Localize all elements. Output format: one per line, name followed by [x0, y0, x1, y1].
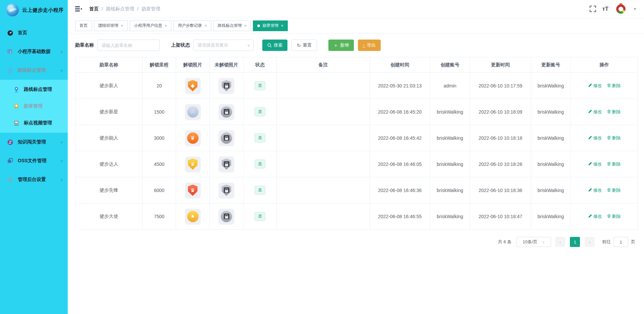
edit-link[interactable]: 修改	[588, 109, 602, 115]
page-size-select[interactable]: 10条/页 ∨	[516, 237, 551, 247]
edit-link[interactable]: 修改	[588, 135, 602, 141]
chevron-down-icon: ∨	[542, 240, 544, 244]
cell-actions: 修改删除	[571, 177, 638, 203]
edit-link[interactable]: 修改	[588, 161, 602, 167]
export-button[interactable]: ↓ 导出	[358, 40, 381, 51]
status-select[interactable]: 请选择是否展示 ∨	[193, 40, 254, 51]
status-badge: 是	[255, 133, 265, 142]
plus-icon: ＋	[333, 43, 338, 48]
cell-created-at: 2022-06-08 16:46:05	[370, 151, 430, 177]
delete-link[interactable]: 删除	[607, 161, 621, 167]
tab-2[interactable]: 小程序用户信息×	[130, 20, 172, 31]
column-header-9: 更新账号	[531, 57, 571, 73]
cell-created-by: briskWalking	[430, 151, 470, 177]
lock-icon	[224, 187, 229, 193]
close-icon[interactable]: ×	[165, 23, 167, 28]
hamburger-icon[interactable]	[75, 5, 83, 13]
cell-locked-photo	[210, 73, 244, 99]
table-row: 健步新人20◆是2022-05-30 21:03:13admin2022-06-…	[75, 73, 638, 99]
sidebar-item-0[interactable]: 首页	[0, 23, 68, 42]
badge-name-input[interactable]	[97, 40, 160, 51]
delete-link[interactable]: 删除	[607, 135, 621, 141]
sidebar-item-3[interactable]: 知识闯关管理∨	[0, 133, 68, 151]
search-button[interactable]: 搜索	[262, 40, 287, 51]
chevron-down-icon: ∨	[60, 50, 63, 54]
delete-link[interactable]: 删除	[607, 187, 621, 193]
video-icon	[13, 120, 19, 126]
sidebar-item-4[interactable]: OSS文件管理∨	[0, 151, 68, 170]
column-header-4: 状态	[244, 57, 277, 73]
close-icon[interactable]: ×	[281, 23, 283, 28]
reset-button[interactable]: ↻ 重置	[291, 40, 317, 51]
sidebar-item-1[interactable]: 小程序基础数据∨	[0, 42, 68, 61]
cell-actions: 修改删除	[571, 151, 638, 177]
fullscreen-icon[interactable]	[590, 6, 596, 12]
delete-link[interactable]: 删除	[607, 213, 621, 219]
page-suffix: 页	[631, 239, 635, 245]
edit-icon	[588, 188, 592, 193]
cell-actions: 修改删除	[571, 203, 638, 230]
user-avatar[interactable]	[614, 3, 627, 15]
cell-actions: 修改删除	[571, 125, 638, 151]
status-select-placeholder: 请选择是否展示	[198, 42, 228, 48]
user-menu-caret-icon[interactable]: ▼	[633, 7, 637, 11]
breadcrumb-item-0[interactable]: 首页	[89, 6, 99, 12]
lock-icon	[224, 135, 229, 141]
add-button[interactable]: ＋ 新增	[328, 40, 354, 51]
edit-link[interactable]: 修改	[588, 83, 602, 89]
cell-badge-name: 健步新星	[75, 99, 143, 125]
tab-3[interactable]: 用户步数记录×	[173, 20, 211, 31]
tab-5[interactable]: 勋章管理×	[253, 20, 288, 31]
delete-link[interactable]: 删除	[607, 109, 621, 115]
next-page-button[interactable]: ›	[585, 237, 595, 247]
tab-label: 首页	[79, 23, 88, 28]
lock-icon	[224, 83, 229, 88]
edit-icon	[588, 214, 592, 219]
sidebar-item-5[interactable]: 管理后台设置∨	[0, 170, 68, 189]
sidebar-subitem-2-2[interactable]: 标点视频管理	[0, 115, 68, 131]
cell-remark	[277, 151, 370, 177]
sidebar-item-label: 首页	[18, 30, 63, 36]
close-icon[interactable]: ×	[244, 23, 247, 28]
topbar: 首页/路线标点管理/勋章管理 тT ▼	[68, 0, 644, 18]
tab-label: 勋章管理	[262, 23, 278, 28]
font-size-icon[interactable]: тT	[602, 6, 608, 12]
chevron-down-icon: ∨	[247, 43, 250, 48]
sidebar-item-2[interactable]: 路线标点管理∧	[0, 61, 68, 80]
sidebar-subitem-2-0[interactable]: 路线标点管理	[0, 81, 68, 98]
cell-actions: 修改删除	[571, 73, 638, 99]
cell-updated-at: 2022-06-10 10:18:36	[470, 177, 531, 203]
cell-updated-at: 2022-06-10 10:18:09	[470, 99, 531, 125]
tab-1[interactable]: 团组织管理×	[94, 20, 128, 31]
cell-created-by: admin	[430, 73, 470, 99]
edit-link[interactable]: 修改	[588, 213, 602, 219]
tab-4[interactable]: 路线标点管理×	[213, 20, 251, 31]
close-icon[interactable]: ×	[121, 23, 123, 28]
prev-page-button[interactable]: ‹	[555, 237, 565, 247]
column-header-3: 未解锁照片	[210, 57, 244, 73]
cell-updated-by: briskWalking	[531, 73, 571, 99]
delete-link[interactable]: 删除	[607, 83, 621, 89]
cell-unlocked-photo: ◆	[176, 73, 210, 99]
cell-actions: 修改删除	[571, 99, 638, 125]
breadcrumb-separator: /	[137, 6, 139, 12]
delete-icon	[607, 83, 611, 88]
close-icon[interactable]: ×	[204, 23, 207, 28]
delete-icon	[607, 214, 611, 219]
cell-unlocked-photo: ♔	[176, 99, 210, 125]
cell-status: 是	[244, 125, 277, 151]
goto-page-input[interactable]	[613, 237, 628, 247]
cell-locked-photo	[210, 125, 244, 151]
sidebar-menu: 首页小程序基础数据∨路线标点管理∧路线标点管理勋章管理标点视频管理知识闯关管理∨…	[0, 23, 68, 189]
sidebar-subitem-2-1[interactable]: 勋章管理	[0, 98, 68, 115]
page-number-button[interactable]: 1	[570, 237, 580, 247]
lock-icon	[224, 109, 229, 115]
column-header-10: 操作	[571, 57, 638, 73]
edit-link[interactable]: 修改	[588, 187, 602, 193]
pin-icon	[13, 86, 19, 92]
cell-unlocked-photo: ♛	[176, 125, 210, 151]
badge-table: 勋章名称解锁里程解锁照片未解锁照片状态备注创建时间创建账号更新时间更新账号操作 …	[75, 57, 638, 230]
badge-image	[219, 183, 234, 198]
filter-bar: 勋章名称 上架状态 请选择是否展示 ∨ 搜索 ↻ 重置 ＋	[75, 40, 637, 51]
tab-0[interactable]: 首页	[75, 20, 92, 31]
